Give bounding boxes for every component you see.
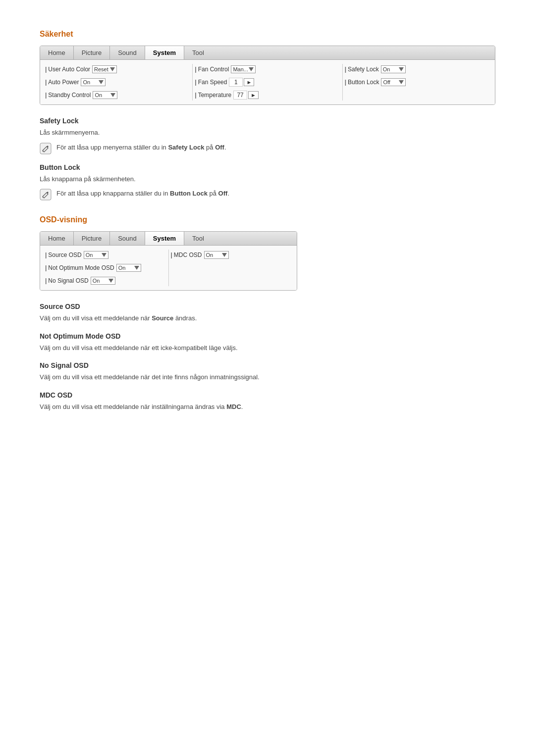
select-fan-control[interactable]: Man... Auto (231, 65, 256, 73)
osd-menu-header: Home Picture Sound System Tool (40, 232, 297, 246)
sakerhet-menu-table: Home Picture Sound System Tool User Auto… (40, 46, 495, 105)
mdc-osd-heading: MDC OSD (40, 391, 495, 399)
menu-row-fan-speed: Fan Speed 1 ► (195, 77, 340, 88)
label-temperature: Temperature (195, 92, 231, 99)
select-button-lock[interactable]: Off On (381, 78, 406, 86)
select-no-signal-osd[interactable]: On Off (91, 277, 115, 285)
fan-speed-right[interactable]: ► (244, 78, 254, 86)
label-standby-control: Standby Control (45, 92, 91, 99)
not-optimum-heading: Not Optimum Mode OSD (40, 332, 495, 340)
menu-row-user-auto-color: User Auto Color Reset (45, 64, 190, 75)
source-osd-desc: Välj om du vill visa ett meddelande när … (40, 313, 495, 323)
button-lock-note-text: För att låsa upp knapparna ställer du in… (56, 189, 229, 199)
label-user-auto-color: User Auto Color (45, 66, 90, 73)
label-fan-control: Fan Control (195, 66, 229, 73)
source-osd-heading: Source OSD (40, 302, 495, 310)
tab-sound-1[interactable]: Sound (110, 46, 145, 59)
safety-lock-desc: Lås skärmmenyerna. (40, 128, 495, 138)
sakerhet-menu-body: User Auto Color Reset Auto Power On Off … (40, 60, 495, 104)
mdc-osd-desc: Välj om du vill visa ett meddelande när … (40, 402, 495, 412)
menu-row-safety-lock: Safety Lock On Off (345, 64, 490, 75)
label-safety-lock: Safety Lock (345, 66, 379, 73)
menu-row-temperature: Temperature 77 ► (195, 90, 340, 101)
sakerhet-col-2: Fan Control Man... Auto Fan Speed 1 ► Te… (193, 64, 342, 101)
label-no-signal-osd: No Signal OSD (45, 277, 89, 284)
osd-visning-section: OSD-visning Home Picture Sound System To… (40, 215, 495, 411)
sakerhet-col-1: User Auto Color Reset Auto Power On Off … (43, 64, 193, 101)
not-optimum-desc: Välj om du vill visa ett meddelande när … (40, 343, 495, 353)
sakerhet-section: Säkerhet Home Picture Sound System Tool … (40, 30, 495, 201)
menu-row-no-signal-osd: No Signal OSD On Off (45, 275, 166, 286)
osd-menu-body: Source OSD On Off Not Optimum Mode OSD O… (40, 246, 297, 290)
sakerhet-col-3: Safety Lock On Off Button Lock Off On (343, 64, 492, 101)
note-icon-2 (40, 189, 52, 201)
label-source-osd: Source OSD (45, 252, 82, 258)
tab-picture-2[interactable]: Picture (74, 232, 110, 245)
tab-tool-1[interactable]: Tool (184, 46, 212, 59)
button-lock-heading: Button Lock (40, 163, 495, 171)
select-standby-control[interactable]: On Off (93, 91, 117, 99)
tab-tool-2[interactable]: Tool (184, 232, 212, 245)
button-lock-note: För att låsa upp knapparna ställer du in… (40, 189, 495, 201)
svg-rect-1 (40, 189, 51, 200)
label-button-lock: Button Lock (345, 79, 379, 86)
temperature-nav: 77 ► (233, 91, 259, 100)
menu-row-source-osd: Source OSD On Off (45, 250, 166, 260)
osd-menu-table: Home Picture Sound System Tool Source OS… (40, 231, 297, 291)
tab-picture-1[interactable]: Picture (74, 46, 110, 59)
osd-col-1: Source OSD On Off Not Optimum Mode OSD O… (43, 250, 169, 286)
no-signal-heading: No Signal OSD (40, 361, 495, 369)
safety-lock-heading: Safety Lock (40, 117, 495, 125)
menu-row-mdc-osd: MDC OSD On Off (171, 250, 292, 260)
select-source-osd[interactable]: On Off (84, 251, 108, 259)
temperature-value: 77 (233, 91, 247, 100)
select-not-optimum[interactable]: On Off (116, 264, 141, 272)
tab-home-2[interactable]: Home (40, 232, 74, 245)
no-signal-desc: Välj om du vill visa ett meddelande när … (40, 372, 495, 382)
osd-visning-title: OSD-visning (40, 215, 495, 224)
label-not-optimum: Not Optimum Mode OSD (45, 264, 114, 271)
sakerhet-menu-header: Home Picture Sound System Tool (40, 46, 495, 60)
tab-system-2[interactable]: System (145, 232, 184, 245)
label-mdc-osd: MDC OSD (171, 252, 202, 258)
menu-row-fan-control: Fan Control Man... Auto (195, 64, 340, 75)
menu-row-auto-power: Auto Power On Off (45, 77, 190, 88)
temperature-right[interactable]: ► (248, 91, 259, 99)
menu-row-button-lock: Button Lock Off On (345, 77, 490, 88)
fan-speed-nav: 1 ► (229, 78, 254, 87)
svg-rect-0 (40, 143, 51, 154)
safety-lock-note-text: För att låsa upp menyerna ställer du in … (56, 143, 226, 152)
sakerhet-title: Säkerhet (40, 30, 495, 39)
label-fan-speed: Fan Speed (195, 79, 227, 86)
tab-sound-2[interactable]: Sound (110, 232, 145, 245)
select-safety-lock[interactable]: On Off (381, 65, 406, 73)
menu-row-standby-control: Standby Control On Off (45, 90, 190, 101)
fan-speed-value: 1 (229, 78, 243, 87)
select-auto-power[interactable]: On Off (81, 78, 106, 86)
button-lock-desc: Lås knapparna på skärmenheten. (40, 174, 495, 184)
tab-home-1[interactable]: Home (40, 46, 74, 59)
select-user-auto-color[interactable]: Reset (92, 65, 117, 73)
select-mdc-osd[interactable]: On Off (204, 251, 229, 259)
tab-system-1[interactable]: System (145, 46, 184, 59)
menu-row-not-optimum: Not Optimum Mode OSD On Off (45, 262, 166, 273)
osd-col-2: MDC OSD On Off (169, 250, 294, 286)
label-auto-power: Auto Power (45, 79, 79, 86)
note-icon-1 (40, 143, 52, 154)
safety-lock-note: För att låsa upp menyerna ställer du in … (40, 143, 495, 154)
